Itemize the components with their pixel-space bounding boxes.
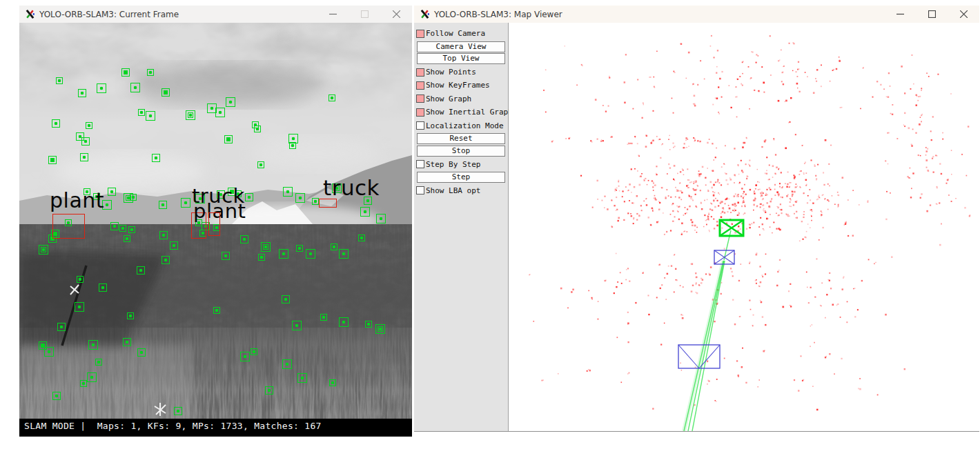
- localization-mode-checkbox-row[interactable]: Localization Mode: [414, 119, 508, 132]
- step-button[interactable]: Step: [417, 172, 505, 183]
- map-viewer-window: YOLO-ORB-SLAM3: Map Viewer Follow Camera…: [414, 6, 979, 432]
- map-viewer-titlebar[interactable]: YOLO-ORB-SLAM3: Map Viewer: [414, 6, 979, 23]
- reset-button[interactable]: Reset: [417, 133, 505, 144]
- camera-frame-view: planttruckplanttruck SLAM MODE | Maps: 1…: [19, 23, 412, 437]
- show-points-checkbox-row[interactable]: Show Points: [414, 66, 508, 79]
- show-graph-checkbox[interactable]: [416, 94, 424, 103]
- show-inertial-graph-label: Show Inertial Graph: [426, 108, 513, 117]
- close-button[interactable]: [948, 6, 979, 23]
- show-graph-label: Show Graph: [426, 94, 471, 103]
- show-points-checkbox[interactable]: [416, 68, 424, 77]
- step-by-step-checkbox-row[interactable]: Step By Step: [414, 157, 508, 170]
- follow-camera-label: Follow Camera: [426, 29, 485, 38]
- show-points-label: Show Points: [426, 68, 476, 77]
- window-title: YOLO-ORB-SLAM3: Map Viewer: [434, 10, 562, 19]
- follow-camera-checkbox[interactable]: [416, 30, 424, 38]
- pangolin-control-panel: Follow CameraCamera ViewTop ViewShow Poi…: [414, 23, 509, 431]
- show-lba-opt-checkbox[interactable]: [416, 186, 424, 194]
- show-graph-checkbox-row[interactable]: Show Graph: [414, 92, 508, 106]
- minimize-button[interactable]: [317, 6, 349, 23]
- close-button[interactable]: [380, 6, 412, 23]
- follow-camera-checkbox-row[interactable]: Follow Camera: [414, 27, 508, 40]
- detection-label: plant: [50, 190, 104, 211]
- maximize-button[interactable]: [916, 6, 948, 23]
- maximize-button: [349, 6, 380, 23]
- window-title: YOLO-ORB-SLAM3: Current Frame: [39, 10, 179, 19]
- stop-button[interactable]: Stop: [417, 146, 505, 157]
- camera-view-button[interactable]: Camera View: [417, 41, 505, 52]
- show-keyframes-checkbox-row[interactable]: Show KeyFrames: [414, 79, 508, 92]
- detection-box: [319, 199, 337, 208]
- localization-mode-checkbox[interactable]: [416, 121, 424, 130]
- detection-label: truck: [323, 177, 380, 199]
- yolo-detection-layer: planttruckplanttruck: [19, 23, 412, 437]
- top-view-button[interactable]: Top View: [417, 53, 505, 64]
- current-frame-window: YOLO-ORB-SLAM3: Current Frame: [19, 6, 412, 437]
- x11-logo-icon: [25, 9, 35, 19]
- minimize-button[interactable]: [884, 6, 916, 23]
- slam-status-bar: SLAM MODE | Maps: 1, KFs: 9, MPs: 1733, …: [19, 419, 412, 437]
- show-inertial-graph-checkbox-row[interactable]: Show Inertial Graph: [414, 106, 508, 119]
- show-keyframes-label: Show KeyFrames: [426, 81, 490, 90]
- detection-box: [208, 212, 220, 236]
- map-canvas: [509, 23, 979, 431]
- show-lba-opt-label: Show LBA opt: [426, 186, 480, 195]
- current-frame-titlebar[interactable]: YOLO-ORB-SLAM3: Current Frame: [19, 6, 412, 23]
- detection-box: [52, 214, 85, 239]
- step-by-step-label: Step By Step: [426, 160, 480, 169]
- show-lba-opt-checkbox-row[interactable]: Show LBA opt: [414, 184, 508, 197]
- map-viewport[interactable]: [509, 23, 979, 431]
- x11-logo-icon: [420, 9, 430, 19]
- show-keyframes-checkbox[interactable]: [416, 81, 424, 90]
- step-by-step-checkbox[interactable]: [416, 160, 424, 168]
- show-inertial-graph-checkbox[interactable]: [416, 108, 424, 117]
- localization-mode-label: Localization Mode: [426, 121, 504, 130]
